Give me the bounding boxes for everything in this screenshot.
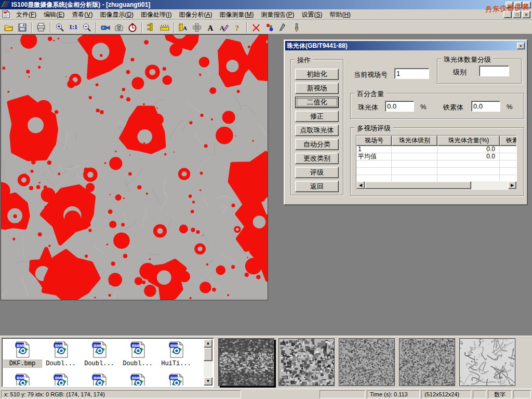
thumbnail-4[interactable] — [399, 338, 455, 386]
pen-icon[interactable] — [276, 21, 290, 34]
menu-item-3[interactable]: 图像显示(D) — [96, 9, 137, 20]
color-dots-icon[interactable] — [263, 21, 276, 34]
print-icon[interactable] — [34, 21, 48, 34]
status-image-size: (512x512x24) — [421, 390, 471, 398]
file-item-4[interactable]: BMPHuiTi... — [157, 341, 195, 367]
auto-classify-button[interactable]: 自动分类 — [295, 139, 339, 150]
table-header-0[interactable]: 视场号 — [356, 136, 392, 146]
menu-item-6[interactable]: 图像测量(M) — [216, 9, 257, 20]
table-cell-2-0 — [356, 161, 392, 167]
operation-group: 操作 初始化新视场二值化修正点取珠光体自动分类更改类别评级返回 — [290, 59, 343, 195]
file-item-0[interactable]: BMPDKF.bmp — [3, 341, 42, 367]
table-row-3[interactable] — [356, 168, 516, 175]
menu-item-4[interactable]: 图像处理(I) — [137, 9, 175, 20]
actual-size-label: 1:1 — [69, 23, 77, 31]
menu-item-2[interactable]: 查看(V) — [68, 9, 96, 20]
table-hscrollbar[interactable]: ◀ ▶ — [356, 181, 516, 189]
table-header-3[interactable]: 铁素体 — [500, 136, 517, 146]
window-title: IS100显微摄像系统(金相分析版) - [zhuguangti01] — [11, 1, 150, 9]
file-item-partial-0[interactable]: BMP — [3, 373, 42, 385]
timer-icon[interactable] — [126, 21, 139, 34]
ruler-icon[interactable] — [158, 21, 171, 34]
dialog-title: 珠光体(GB/T9441-88) — [287, 42, 348, 50]
current-field-input[interactable] — [394, 68, 429, 79]
hscroll-thumb[interactable] — [365, 181, 471, 189]
new-field-button[interactable]: 新视场 — [295, 83, 339, 94]
rate-button[interactable]: 评级 — [295, 167, 339, 178]
zoom-out-icon[interactable] — [80, 21, 94, 34]
binarize-button[interactable]: 二值化 — [295, 97, 339, 108]
menu-item-0[interactable]: 文件(F) — [12, 9, 40, 20]
bmp-file-icon: BMP — [118, 341, 157, 360]
camera-icon[interactable] — [112, 21, 126, 34]
file-item-partial-2[interactable]: BMP — [80, 373, 118, 385]
file-item-3[interactable]: BMPDoubl... — [118, 341, 157, 367]
scroll-down-icon[interactable]: ▼ — [204, 377, 212, 385]
mdi-close-button[interactable]: ✕ — [522, 11, 530, 18]
cut-icon[interactable] — [249, 21, 263, 34]
annotate-icon[interactable]: A — [217, 21, 231, 34]
svg-text:BMP: BMP — [132, 343, 141, 348]
metallographic-image[interactable] — [1, 35, 268, 300]
percent-input-0[interactable] — [385, 101, 414, 112]
percent-unit-0: % — [420, 103, 427, 111]
menu-item-5[interactable]: 图像分析(A) — [175, 9, 216, 20]
table-header-1[interactable]: 珠光体级别 — [392, 136, 437, 146]
menu-item-8[interactable]: 设置(S) — [298, 9, 326, 20]
table-cell-1-3 — [500, 153, 517, 160]
pick-pearlite-button[interactable]: 点取珠光体 — [295, 125, 339, 136]
file-name: Doubl... — [118, 360, 157, 367]
change-class-button[interactable]: 更改类别 — [295, 153, 339, 164]
current-field-label: 当前视场号 — [354, 70, 388, 79]
file-item-partial-4[interactable]: BMP — [157, 373, 195, 385]
thumbnail-5[interactable] — [459, 338, 515, 386]
correct-button[interactable]: 修正 — [295, 111, 339, 122]
dialog-close-icon[interactable]: ✕ — [517, 43, 525, 49]
text-icon[interactable]: A — [204, 21, 217, 34]
table-cell-3-1 — [392, 168, 437, 175]
brush-icon[interactable] — [290, 21, 303, 34]
file-item-2[interactable]: BMPDoubl... — [80, 341, 118, 367]
dialog-title-bar[interactable]: 珠光体(GB/T9441-88) ✕ — [285, 41, 526, 50]
zoom-in-icon[interactable] — [53, 21, 66, 34]
rating-table[interactable]: 视场号珠光体级别珠光体含量(%)铁素体10.0平均值0.0 ◀ ▶ — [356, 135, 517, 190]
video-camera-icon[interactable] — [99, 21, 112, 34]
scroll-thumb[interactable] — [204, 348, 212, 361]
file-item-1[interactable]: BMPDoubl... — [42, 341, 80, 367]
percent-unit-1: % — [507, 103, 513, 111]
grade-label: 级别 — [453, 68, 467, 77]
thumbnail-3[interactable] — [339, 338, 395, 386]
scroll-up-icon[interactable]: ▲ — [204, 339, 212, 348]
grid-icon[interactable] — [190, 21, 204, 34]
table-cell-1-0: 平均值 — [356, 153, 392, 160]
measure-text-icon[interactable]: A — [177, 21, 190, 34]
menu-item-1[interactable]: 编辑(E) — [40, 9, 68, 20]
table-row-0[interactable]: 10.0 — [356, 146, 516, 153]
file-item-partial-3[interactable]: BMP — [118, 373, 157, 385]
menu-item-7[interactable]: 测量报告(P) — [257, 9, 298, 20]
table-cell-3-2 — [437, 168, 500, 175]
toolbar-separator — [50, 22, 51, 33]
menu-item-9[interactable]: 帮助(H) — [326, 9, 354, 20]
table-row-2[interactable] — [356, 161, 516, 168]
grade-group-label: 珠光体数量分级 — [442, 55, 493, 64]
caliper-icon[interactable] — [144, 21, 158, 34]
file-list-scrollbar[interactable]: ▲ ▼ — [204, 339, 212, 385]
actual-size-button[interactable]: 1:1 — [66, 21, 80, 34]
status-mode: 数字 — [488, 390, 512, 398]
return-button[interactable]: 返回 — [295, 181, 339, 192]
open-icon[interactable] — [2, 21, 16, 34]
table-row-1[interactable]: 平均值0.0 — [356, 153, 516, 161]
grade-input[interactable] — [479, 65, 509, 76]
initialize-button[interactable]: 初始化 — [295, 69, 339, 80]
table-header-2[interactable]: 珠光体含量(%) — [437, 136, 500, 146]
percent-input-1[interactable] — [471, 101, 500, 112]
thumbnail-2[interactable] — [278, 338, 335, 386]
help-icon[interactable]: ? — [231, 21, 244, 34]
thumbnail-1[interactable] — [218, 338, 274, 386]
file-item-partial-1[interactable]: BMP — [42, 373, 80, 385]
status-empty-3 — [513, 390, 531, 398]
scroll-left-icon[interactable]: ◀ — [356, 181, 365, 189]
save-icon[interactable] — [16, 21, 29, 34]
scroll-right-icon[interactable]: ▶ — [508, 181, 516, 189]
